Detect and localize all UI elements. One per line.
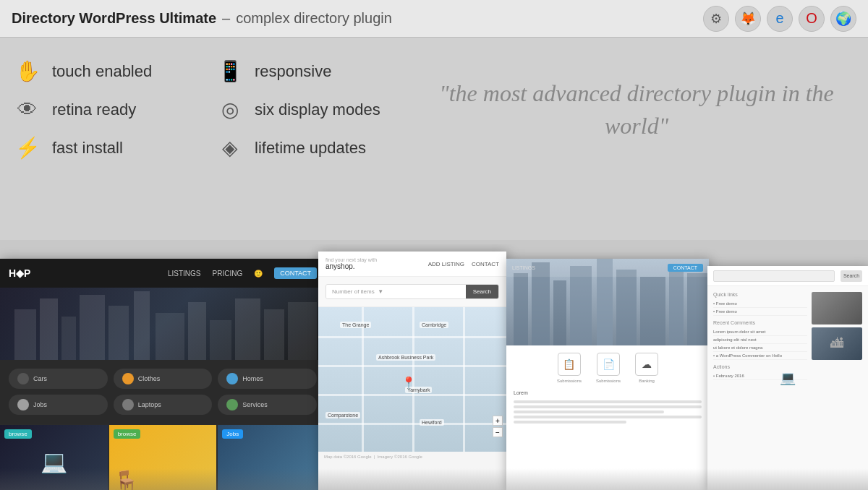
feature-touch: ✋ touch enabled — [14, 52, 217, 90]
ss1-listing-img-2: 🪑 browse — [109, 425, 217, 490]
ss1-listing-img-3: Jobs — [218, 425, 326, 490]
ss1-cat-cars: Cars — [9, 369, 108, 389]
ss2-map-credit: Map data ©2016 Google | Imagery ©2016 Go… — [318, 452, 506, 462]
ss1-cat-clothes: Clothes — [114, 369, 213, 389]
globe-icon: 🌍 — [830, 6, 856, 32]
display-icon: ◎ — [217, 98, 243, 121]
feature-touch-label: touch enabled — [52, 62, 152, 81]
feature-fast-label: fast install — [52, 139, 123, 158]
feature-display: ◎ six display modes — [217, 90, 420, 129]
feature-retina: 👁 retina ready — [14, 90, 217, 129]
ss1-cat-services-icon — [226, 399, 238, 411]
responsive-icon: 📱 — [217, 59, 243, 83]
ss1-listings-link: LISTINGS — [168, 270, 201, 278]
ss1-cat-cars-icon — [17, 373, 29, 384]
header-title: Directory WordPress Ultimate–complex dir… — [12, 10, 392, 27]
ss3-line-2 — [514, 405, 702, 408]
fast-icon: ⚡ — [14, 136, 41, 160]
ss1-contact-btn[interactable]: CONTACT — [274, 267, 317, 279]
svg-rect-15 — [570, 266, 592, 345]
svg-rect-18 — [640, 277, 665, 345]
map-zoom-out[interactable]: − — [493, 427, 503, 437]
svg-rect-2 — [61, 317, 76, 360]
header: Directory WordPress Ultimate–complex dir… — [0, 0, 868, 38]
svg-rect-6 — [156, 313, 184, 360]
ss1-images: 💻 browse 🪑 browse Jobs — [0, 425, 326, 490]
ss3-line-1 — [514, 400, 702, 403]
screenshot-map-search: find your next stay with anyshop. ADD LI… — [318, 252, 506, 490]
ss3-submissions-icon-item: 📋 Submissions — [557, 353, 582, 383]
ss2-search-area: Number of items ▼ Search — [318, 277, 506, 307]
opera-icon: O — [799, 6, 825, 32]
screenshots-area: H◆P LISTINGS PRICING 🙂 CONTACT — [0, 244, 868, 490]
map-zoom-in[interactable]: + — [493, 416, 503, 426]
ss4-side-img-2: 🏙 — [812, 327, 862, 360]
features-grid: ✋ touch enabled 👁 retina ready ⚡ fast in… — [14, 52, 854, 167]
ss3-submissions-icon: 📋 — [558, 353, 581, 376]
ss4-sidebar-content: Quick links • Free demo • Free demo Rece… — [713, 292, 862, 380]
ss4-sidebar: 💻 🏙 — [812, 292, 862, 380]
ss4-content: Quick links • Free demo • Free demo Rece… — [707, 286, 868, 386]
ss1-listing-img-1: 💻 browse — [0, 425, 108, 490]
ss2-contact-link[interactable]: CONTACT — [472, 261, 499, 267]
ss3-listings-link: LISTINGS — [512, 265, 535, 270]
ss1-categories: Cars Clothes Homes Jobs Laptops — [0, 360, 326, 424]
lifetime-icon: ◈ — [217, 136, 243, 160]
ss2-add-listing-link[interactable]: ADD LISTING — [428, 261, 464, 267]
ss1-cat-clothes-label: Clothes — [138, 375, 161, 382]
ss1-badge-3: Jobs — [222, 429, 243, 439]
svg-rect-3 — [80, 295, 105, 360]
map-label-ashbrook: Ashbrook Business Park — [376, 354, 435, 361]
svg-rect-8 — [210, 320, 231, 360]
ss1-cat-jobs-icon — [17, 399, 29, 411]
ss1-navbar: H◆P LISTINGS PRICING 🙂 CONTACT — [0, 259, 326, 288]
svg-rect-9 — [235, 298, 260, 360]
ss1-nav-links: LISTINGS PRICING 🙂 CONTACT — [168, 267, 317, 279]
svg-rect-7 — [188, 302, 206, 360]
ss1-pricing-link: PRICING — [212, 270, 242, 278]
svg-rect-1 — [40, 298, 58, 360]
ss1-cat-laptops-icon — [122, 399, 134, 411]
svg-rect-20 — [687, 273, 707, 345]
feature-display-label: six display modes — [255, 100, 380, 119]
ss1-cat-cars-label: Cars — [33, 375, 47, 382]
feature-lifetime: ◈ lifetime updates — [217, 129, 420, 167]
quote-text: "the most advanced directory plugin in t… — [434, 77, 839, 142]
map-label-cambridge: Cambridge — [420, 322, 448, 328]
ss3-lorem-title: Lorem — [514, 390, 702, 395]
screenshot-dark-theme: H◆P LISTINGS PRICING 🙂 CONTACT — [0, 259, 326, 490]
touch-icon: ✋ — [14, 59, 41, 83]
map-label-comparstone: Comparstone — [326, 412, 360, 418]
ss1-cat-services: Services — [218, 395, 317, 415]
feature-lifetime-label: lifetime updates — [255, 139, 366, 158]
browser-icons-bar: ⚙ 🦊 e O 🌍 — [703, 6, 856, 32]
ss2-search-bar: Number of items ▼ Search — [326, 284, 499, 299]
ss3-line-5 — [514, 421, 626, 424]
ss1-cat-clothes-icon — [122, 373, 134, 384]
ss3-text-lines: Lorem — [514, 390, 702, 424]
ss1-cat-homes-icon — [226, 373, 238, 384]
ss1-badge-2: browse — [114, 429, 141, 439]
ss3-banking-icon-item: ☁ Banking — [635, 353, 658, 383]
subtitle: complex directory plugin — [236, 10, 392, 26]
ss2-search-input[interactable]: Number of items ▼ — [326, 285, 466, 298]
screenshots-container: H◆P LISTINGS PRICING 🙂 CONTACT — [0, 244, 868, 490]
ss1-badge-1: browse — [4, 429, 32, 439]
svg-rect-12 — [514, 273, 528, 345]
quote-area: "the most advanced directory plugin in t… — [420, 52, 854, 167]
ss3-line-3 — [514, 411, 664, 413]
ss3-navbar: LISTINGS CONTACT — [506, 259, 709, 277]
settings-icon[interactable]: ⚙ — [703, 6, 729, 32]
retina-icon: 👁 — [14, 98, 41, 121]
ss2-logo: anyshop. — [326, 262, 355, 270]
firefox-icon: 🦊 — [735, 6, 761, 32]
ss2-search-button[interactable]: Search — [466, 285, 498, 298]
ss2-header: find your next stay with anyshop. ADD LI… — [318, 252, 506, 277]
ss3-contact-btn[interactable]: CONTACT — [668, 264, 703, 272]
screenshot-buildings: LISTINGS CONTACT 📋 Submissions 📄 Submiss… — [506, 259, 709, 490]
map-pin: 📍 — [401, 376, 416, 390]
ss1-user-icon: 🙂 — [254, 270, 263, 278]
ss3-submissions-label: Submissions — [557, 379, 582, 383]
ss1-logo: H◆P — [9, 267, 30, 279]
feature-responsive: 📱 responsive — [217, 52, 420, 90]
